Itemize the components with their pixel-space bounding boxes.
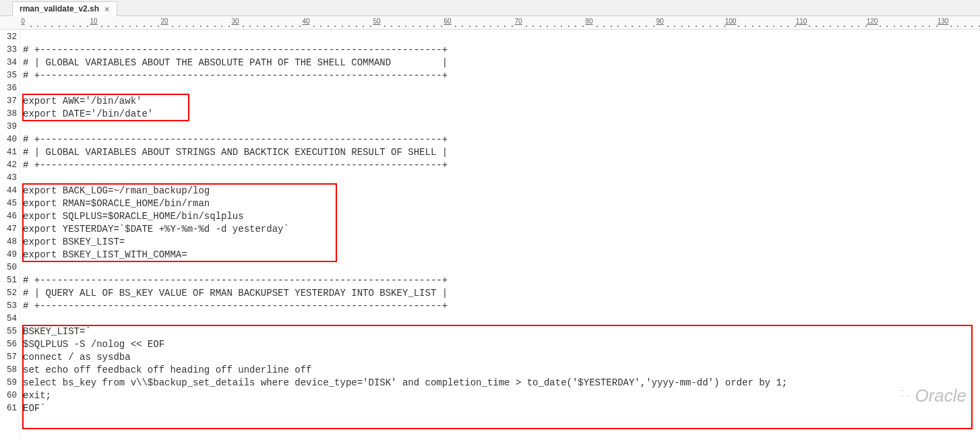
- code-line[interactable]: # +-------------------------------------…: [23, 69, 980, 82]
- code-line[interactable]: export DATE='/bin/date': [23, 108, 980, 121]
- code-line[interactable]: # | QUERY ALL OF BS_KEY VALUE OF RMAN BA…: [23, 287, 980, 300]
- code-line[interactable]: [23, 121, 980, 133]
- line-number: 52: [0, 287, 17, 300]
- ruler-number: 50: [373, 18, 380, 25]
- code-line[interactable]: BSKEY_LIST=`: [23, 325, 980, 338]
- code-line[interactable]: [23, 261, 980, 274]
- line-number: 61: [0, 402, 17, 415]
- line-number: 40: [0, 133, 17, 146]
- line-number: 43: [0, 172, 17, 185]
- line-number: 34: [0, 57, 17, 69]
- line-number: 50: [0, 261, 17, 274]
- code-line[interactable]: select bs_key from v\\$backup_set_detail…: [23, 377, 980, 389]
- editor: 3233343536373839404142434445464748495051…: [0, 30, 980, 440]
- code-area[interactable]: # +-------------------------------------…: [20, 30, 980, 440]
- tab-title: rman_validate_v2.sh: [20, 4, 99, 13]
- ruler-number: 70: [514, 18, 522, 25]
- ruler-number: 60: [443, 18, 451, 25]
- code-line[interactable]: export RMAN=$ORACLE_HOME/bin/rman: [23, 197, 980, 210]
- line-number: 46: [0, 210, 17, 223]
- code-line[interactable]: export AWK='/bin/awk': [23, 95, 980, 108]
- ruler-number: 80: [585, 18, 592, 25]
- line-number: 48: [0, 236, 17, 249]
- line-number: 36: [0, 82, 17, 95]
- line-number: 59: [0, 377, 17, 389]
- tab-bar: rman_validate_v2.sh ×: [0, 0, 980, 16]
- ruler-number: 90: [656, 18, 663, 25]
- code-line[interactable]: export SQLPLUS=$ORACLE_HOME/bin/sqlplus: [23, 210, 980, 223]
- code-line[interactable]: export BACK_LOG=~/rman_backup/log: [23, 185, 980, 197]
- ruler: 0102030405060708090100110120130: [0, 16, 980, 30]
- line-number: 60: [0, 389, 17, 402]
- code-line[interactable]: $SQLPLUS -S /nolog << EOF: [23, 338, 980, 351]
- line-number: 49: [0, 249, 17, 261]
- ruler-number: 20: [160, 18, 168, 25]
- line-number: 57: [0, 351, 17, 364]
- code-line[interactable]: # | GLOBAL VARIABLES ABOUT THE ABSOLUTE …: [23, 57, 980, 69]
- line-number: 39: [0, 121, 17, 133]
- line-number: 33: [0, 44, 17, 57]
- ruler-number: 110: [796, 18, 807, 25]
- ruler-number: 120: [867, 18, 878, 25]
- code-line[interactable]: connect / as sysdba: [23, 351, 980, 364]
- line-number: 45: [0, 197, 17, 210]
- line-number: 58: [0, 364, 17, 377]
- code-line[interactable]: [23, 82, 980, 95]
- code-line[interactable]: # +-------------------------------------…: [23, 300, 980, 313]
- code-line[interactable]: export BSKEY_LIST_WITH_COMMA=: [23, 249, 980, 261]
- code-line[interactable]: set echo off feedback off heading off un…: [23, 364, 980, 377]
- line-number: 56: [0, 338, 17, 351]
- line-number: 54: [0, 313, 17, 325]
- line-number: 38: [0, 108, 17, 121]
- code-line[interactable]: # | GLOBAL VARIABLES ABOUT STRINGS AND B…: [23, 146, 980, 159]
- line-number: 55: [0, 325, 17, 338]
- code-line[interactable]: exit;: [23, 389, 980, 402]
- line-number: 32: [0, 31, 17, 44]
- line-number: 37: [0, 95, 17, 108]
- line-number-gutter: 3233343536373839404142434445464748495051…: [0, 30, 20, 440]
- line-number: 47: [0, 223, 17, 236]
- line-number: 53: [0, 300, 17, 313]
- code-line[interactable]: EOF`: [23, 402, 980, 415]
- line-number: 44: [0, 185, 17, 197]
- ruler-number: 100: [725, 18, 737, 25]
- code-line[interactable]: # +-------------------------------------…: [23, 159, 980, 172]
- ruler-number: 40: [302, 18, 309, 25]
- line-number: 51: [0, 274, 17, 287]
- code-line[interactable]: # +-------------------------------------…: [23, 44, 980, 57]
- ruler-number: 10: [90, 18, 97, 25]
- file-tab[interactable]: rman_validate_v2.sh ×: [12, 1, 117, 16]
- ruler-number: 30: [231, 18, 239, 25]
- line-number: 42: [0, 159, 17, 172]
- code-line[interactable]: # +-------------------------------------…: [23, 133, 980, 146]
- code-line[interactable]: [23, 31, 980, 44]
- ruler-number: 130: [938, 18, 949, 25]
- code-line[interactable]: [23, 313, 980, 325]
- line-number: 35: [0, 69, 17, 82]
- code-line[interactable]: # +-------------------------------------…: [23, 274, 980, 287]
- close-icon[interactable]: ×: [104, 4, 110, 14]
- line-number: 41: [0, 146, 17, 159]
- code-line[interactable]: [23, 172, 980, 185]
- ruler-number: 0: [21, 18, 25, 25]
- code-line[interactable]: export BSKEY_LIST=: [23, 236, 980, 249]
- code-line[interactable]: export YESTERDAY=`$DATE +%Y-%m-%d -d yes…: [23, 223, 980, 236]
